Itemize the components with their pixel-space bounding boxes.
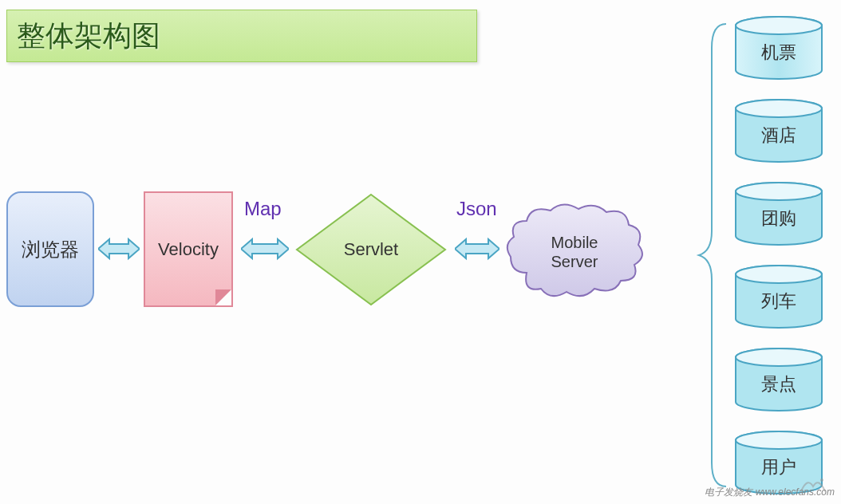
service-groupbuy-label: 团购 [734,190,823,247]
velocity-fold [215,289,231,305]
servlet-label: Servlet [295,193,447,306]
arrow-velocity-servlet [241,236,282,262]
service-attraction-label: 景点 [734,356,823,413]
service-hotel-label: 酒店 [734,107,823,164]
svg-marker-1 [241,239,289,258]
velocity-label: Velocity [158,239,219,260]
service-attraction: 景点 [734,348,823,410]
browser-label: 浏览器 [22,237,79,262]
mobile-server-label: MobileServer [503,201,646,303]
label-json: Json [456,198,497,220]
label-map: Map [244,198,282,220]
arrow-servlet-mobile [455,236,496,262]
arrow-browser-velocity [98,236,140,262]
svg-marker-3 [455,239,499,258]
node-servlet: Servlet [295,193,447,306]
page-title: 整体架构图 [17,17,160,56]
node-browser: 浏览器 [6,191,94,307]
service-flight: 机票 [734,16,823,78]
service-train-label: 列车 [734,273,823,330]
node-mobile-server: MobileServer [503,201,646,303]
bracket [696,16,728,494]
service-flight-label: 机票 [734,24,823,81]
service-groupbuy: 团购 [734,182,823,244]
node-velocity: Velocity [144,191,233,307]
svg-marker-0 [98,239,140,258]
title-box: 整体架构图 [6,10,477,62]
service-train: 列车 [734,265,823,327]
svg-point-16 [820,478,823,482]
service-hotel: 酒店 [734,99,823,161]
watermark-text: 电子发烧友 www.elecfans.com [705,486,835,499]
